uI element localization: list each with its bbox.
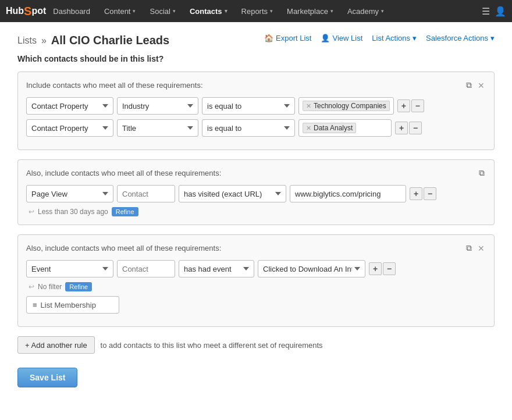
chevron-down-icon: ▾: [381, 8, 384, 14]
add-condition-button-1[interactable]: +: [397, 99, 410, 112]
rule-group-3-actions: ⧉ ✕: [465, 243, 486, 253]
close-button-3[interactable]: ✕: [477, 244, 486, 253]
breadcrumb-parent[interactable]: Lists: [17, 35, 37, 46]
value-tag-wrapper-1[interactable]: ✕ Technology Companies: [298, 97, 394, 115]
add-condition-button-2[interactable]: +: [395, 122, 408, 134]
filter-icon-3: ↩: [29, 283, 34, 291]
rule-group-3: Also, include contacts who meet all of t…: [17, 234, 495, 327]
list-icon: ≡: [33, 301, 37, 309]
breadcrumb: Lists » All CIO Charlie Leads: [17, 34, 169, 47]
property-type-select-1[interactable]: Contact Property: [26, 97, 113, 115]
contact-field-input-3[interactable]: [117, 260, 175, 277]
condition-select-3[interactable]: has visited (exact URL): [179, 185, 286, 202]
duplicate-button[interactable]: ⧉: [465, 80, 473, 90]
breadcrumb-separator: »: [41, 35, 47, 46]
add-remove-3: + −: [410, 187, 436, 200]
user-icon[interactable]: 👤: [495, 6, 506, 17]
add-rule-section: + Add another rule to add contacts to th…: [17, 336, 495, 354]
nav-right: ☰ 👤: [482, 6, 506, 17]
rule-group-1-header: Include contacts who meet all of these r…: [26, 80, 486, 90]
value-tag-wrapper-2[interactable]: ✕ Data Analyst: [298, 119, 392, 137]
salesforce-actions-link[interactable]: Salesforce Actions ▾: [426, 34, 495, 42]
property-type-select-4[interactable]: Event: [26, 260, 113, 277]
nav-item-dashboard[interactable]: Dashboard: [46, 0, 97, 22]
navbar: HubSpot Dashboard Content▾ Social▾ Conta…: [0, 0, 512, 22]
field-select-1[interactable]: Industry: [117, 97, 198, 115]
remove-condition-button-4[interactable]: −: [383, 262, 396, 275]
nav-links: Dashboard Content▾ Social▾ Contacts▾ Rep…: [46, 0, 482, 22]
chevron-down-icon: ▾: [490, 34, 495, 42]
membership-row: ≡ List Membership: [26, 296, 486, 314]
rule-row-3: Page View has visited (exact URL) + −: [26, 185, 486, 202]
tag-x-icon[interactable]: ✕: [306, 124, 311, 132]
menu-icon[interactable]: ☰: [482, 6, 490, 17]
rule-row-2: Contact Property Title is equal to ✕ Dat…: [26, 119, 486, 137]
contact-field-input-2[interactable]: [117, 185, 175, 202]
chevron-down-icon: ▾: [270, 8, 273, 14]
property-type-select-3[interactable]: Page View: [26, 185, 113, 202]
chevron-down-icon: ▾: [413, 34, 417, 42]
rule-group-2-header: Also, include contacts who meet all of t…: [26, 168, 486, 178]
list-question: Which contacts should be in this list?: [17, 54, 495, 63]
url-input[interactable]: [290, 185, 406, 202]
chevron-down-icon: ▾: [133, 8, 136, 14]
remove-condition-button-3[interactable]: −: [424, 187, 436, 200]
filter-text-3: No filter: [38, 283, 62, 291]
list-actions-link[interactable]: List Actions ▾: [372, 34, 417, 42]
membership-tag: ≡ List Membership: [26, 296, 119, 314]
view-list-link[interactable]: 👤 View List: [321, 34, 362, 42]
value-tag-2: ✕ Data Analyst: [303, 123, 356, 133]
rule-group-2-label: Also, include contacts who meet all of t…: [26, 169, 221, 177]
filter-row-2: ↩ Less than 30 days ago Refine: [29, 207, 486, 216]
duplicate-button-3[interactable]: ⧉: [465, 243, 473, 253]
page-content: Lists » All CIO Charlie Leads 🏠 Export L…: [0, 22, 512, 420]
nav-item-marketplace[interactable]: Marketplace▾: [280, 0, 340, 22]
property-type-select-2[interactable]: Contact Property: [26, 119, 113, 137]
filter-row-3: ↩ No filter Refine: [29, 282, 486, 291]
duplicate-button-2[interactable]: ⧉: [478, 168, 486, 178]
add-remove-4: + −: [369, 262, 396, 275]
rule-row-4: Event has had event Clicked to Download …: [26, 260, 486, 277]
value-tag-1: ✕ Technology Companies: [303, 101, 390, 111]
export-list-link[interactable]: 🏠 Export List: [264, 34, 311, 42]
rule-group-1-label: Include contacts who meet all of these r…: [26, 81, 203, 90]
chevron-down-icon: ▾: [173, 8, 176, 14]
rule-group-1-actions: ⧉ ✕: [465, 80, 486, 90]
add-rule-suffix: to add contacts to this list who meet a …: [101, 341, 323, 350]
rule-group-1: Include contacts who meet all of these r…: [17, 72, 495, 150]
add-remove-1: + −: [397, 99, 424, 112]
rule-group-3-header: Also, include contacts who meet all of t…: [26, 243, 486, 253]
rule-group-2-actions: ⧉: [478, 168, 486, 178]
add-condition-button-3[interactable]: +: [410, 187, 422, 200]
add-remove-2: + −: [395, 122, 422, 134]
nav-item-academy[interactable]: Academy▾: [340, 0, 391, 22]
refine-button-3[interactable]: Refine: [65, 282, 92, 291]
brand-logo: HubSpot: [6, 5, 46, 18]
page-title: All CIO Charlie Leads: [51, 34, 169, 47]
nav-item-content[interactable]: Content▾: [97, 0, 143, 22]
view-icon: 👤: [321, 34, 330, 42]
condition-select-1[interactable]: is equal to: [202, 97, 295, 115]
remove-condition-button-1[interactable]: −: [411, 99, 424, 112]
close-button[interactable]: ✕: [477, 81, 486, 90]
tag-x-icon[interactable]: ✕: [306, 102, 311, 110]
remove-condition-button-2[interactable]: −: [409, 122, 422, 134]
condition-select-4[interactable]: has had event: [179, 260, 254, 277]
rule-row-1: Contact Property Industry is equal to ✕ …: [26, 97, 486, 115]
nav-item-contacts[interactable]: Contacts▾: [183, 0, 234, 22]
add-condition-button-4[interactable]: +: [369, 262, 382, 275]
nav-item-social[interactable]: Social▾: [143, 0, 182, 22]
filter-icon: ↩: [29, 208, 34, 216]
filter-text-2: Less than 30 days ago: [38, 208, 108, 216]
chevron-down-icon: ▾: [225, 8, 227, 14]
refine-button-2[interactable]: Refine: [112, 207, 138, 216]
rule-group-2: Also, include contacts who meet all of t…: [17, 159, 495, 225]
condition-select-2[interactable]: is equal to: [202, 119, 295, 137]
field-select-2[interactable]: Title: [117, 119, 198, 137]
nav-item-reports[interactable]: Reports▾: [234, 0, 280, 22]
event-value-select[interactable]: Clicked to Download An Intr...: [258, 260, 365, 277]
actions-bar: 🏠 Export List 👤 View List List Actions ▾…: [264, 34, 495, 42]
save-list-button[interactable]: Save List: [17, 368, 77, 387]
rule-group-3-label: Also, include contacts who meet all of t…: [26, 244, 221, 252]
add-another-rule-button[interactable]: + Add another rule: [17, 336, 95, 354]
